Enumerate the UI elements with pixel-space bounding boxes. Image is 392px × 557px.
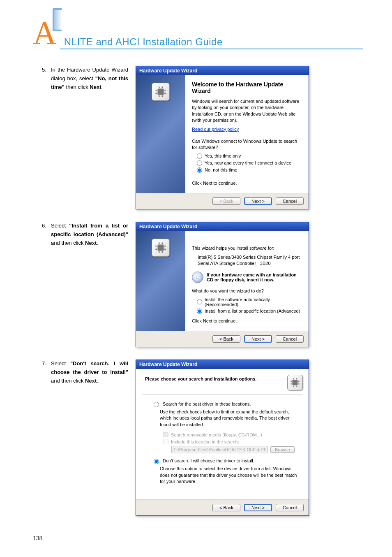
location-path-input [171,446,268,453]
radio-no-input[interactable] [197,167,202,173]
radio-dont-search-label: Don't search. I will choose the driver t… [163,458,254,463]
radio-install-auto-label: Install the software automatically (Reco… [205,297,302,307]
dialog-subheading: Please choose your search and installati… [142,375,256,381]
svg-rect-9 [158,245,164,251]
cd-instruction: If your hardware came with an installati… [207,272,302,282]
radio-yes-once-input[interactable] [197,153,202,159]
step-7-pre: Select [51,360,70,367]
step-7-text: 7. Select "Don't search. I will choose t… [33,360,136,516]
wizard-question: What do you want the wizard to do? [192,288,302,294]
svg-rect-1 [156,90,157,91]
next-button[interactable]: Next > [244,504,272,511]
svg-rect-20 [291,383,292,384]
svg-rect-25 [293,386,294,387]
step-6-number: 6. [42,222,50,230]
back-button[interactable]: < Back [212,335,240,343]
step-6-screenshot: Hardware Update Wizard This wizard helps… [136,222,363,347]
radio-yes-always[interactable]: Yes, now and every time I connect a devi… [197,160,302,166]
radio-install-list-label: Install from a list or specific location… [205,309,300,313]
dialog-titlebar: Hardware Update Wizard [136,222,309,231]
dialog-footer: < Back Next > Cancel [136,331,309,347]
step-6-pre: Select [51,223,69,229]
wizard-question: Can Windows connect to Windows Update to… [192,138,302,151]
dialog-titlebar: Hardware Update Wizard [136,360,309,369]
svg-rect-6 [162,87,163,88]
step-5-text: 5. In the Hardware Update Wizard dialog … [33,66,136,209]
radio-search-best-input[interactable] [154,402,159,407]
step-6-text: 6. Select "Install from a list or specif… [33,222,136,347]
chip-icon [152,83,170,101]
svg-rect-8 [162,95,163,97]
cancel-button[interactable]: Cancel [276,197,304,205]
step-6: 6. Select "Install from a list or specif… [33,222,363,347]
svg-rect-15 [162,243,163,244]
dialog-footer: < Back Next > Cancel [136,193,309,209]
checkbox-include-location-input [163,439,168,444]
decorative-bar [53,8,62,31]
next-button[interactable]: Next > [244,197,272,205]
back-button: < Back [212,197,240,205]
dialog-side-graphic [136,75,185,193]
cancel-button[interactable]: Cancel [276,504,304,511]
svg-rect-10 [156,246,157,247]
checkbox-removable-media: Search removable media (floppy, CD-ROM..… [163,432,300,437]
step-7-bold2: Next [85,378,97,384]
radio-install-list-input[interactable] [197,309,202,314]
svg-rect-18 [293,380,298,385]
step-7-screenshot: Hardware Update Wizard Please choose you… [136,360,363,516]
radio-dont-search-input[interactable] [154,459,159,464]
svg-rect-16 [159,251,160,253]
radio-yes-once[interactable]: Yes, this time only [197,153,302,159]
checkbox-include-location: Include this location in the search: [163,439,300,444]
dialog-titlebar: Hardware Update Wizard [136,66,309,75]
wizard-para-1: Windows will search for current and upda… [192,98,302,124]
step-5-post: . [101,84,103,90]
page-number: 138 [33,535,42,541]
step-5-screenshot: Hardware Update Wizard Welcome to the Ha… [136,66,363,209]
hardware-update-wizard-dialog: Hardware Update Wizard This wizard helps… [136,222,309,347]
page-title: NLITE and AHCI Installation Guide [60,36,363,49]
radio-install-list[interactable]: Install from a list or specific location… [197,309,302,314]
step-7-number: 7. [42,360,50,368]
step-7: 7. Select "Don't search. I will choose t… [33,360,363,516]
wizard-para-1: This wizard helps you install software f… [192,245,302,251]
radio-no-label: No, not this time [205,167,237,172]
svg-rect-13 [164,249,166,250]
svg-rect-21 [298,381,300,382]
appendix-letter: A [33,16,60,49]
wizard-heading: Welcome to the Hardware Update Wizard [192,81,302,94]
page-header: A NLITE and AHCI Installation Guide [33,16,363,49]
svg-rect-12 [164,246,166,247]
step-6-post: . [97,240,98,246]
checkbox-include-location-label: Include this location in the search: [171,439,239,444]
privacy-policy-link[interactable]: Read our privacy policy [192,127,239,132]
dont-search-desc: Choose this option to select the device … [160,466,300,485]
cancel-button[interactable]: Cancel [276,335,304,343]
radio-search-best[interactable]: Search for the best driver in these loca… [152,401,300,407]
hardware-update-wizard-dialog: Hardware Update Wizard Welcome to the Ha… [136,66,309,209]
radio-yes-always-input[interactable] [197,160,202,166]
radio-yes-once-label: Yes, this time only [205,153,241,158]
search-best-desc: Use the check boxes below to limit or ex… [160,409,300,428]
svg-rect-24 [296,378,297,379]
next-button[interactable]: Next > [244,335,272,343]
step-5-mid: then click [65,84,90,90]
radio-install-auto[interactable]: Install the software automatically (Reco… [197,297,302,307]
chip-icon [287,375,303,390]
step-5-bold2: Next [90,84,101,90]
svg-rect-3 [164,90,166,91]
chip-icon [152,239,170,257]
svg-rect-26 [296,386,297,387]
radio-dont-search[interactable]: Don't search. I will choose the driver t… [152,457,300,464]
radio-install-auto-input[interactable] [197,299,202,304]
browse-button: Browse [270,446,295,453]
hardware-update-wizard-dialog: Hardware Update Wizard Please choose you… [136,360,309,516]
cd-icon [192,272,203,283]
svg-rect-11 [156,249,157,250]
dialog-side-graphic [136,231,185,331]
device-name: Intel(R) 5 Series/3400 Series Chipset Fa… [198,254,302,267]
radio-no[interactable]: No, not this time [197,167,302,173]
step-5-number: 5. [42,66,50,74]
svg-rect-17 [162,251,163,253]
back-button[interactable]: < Back [212,504,240,511]
